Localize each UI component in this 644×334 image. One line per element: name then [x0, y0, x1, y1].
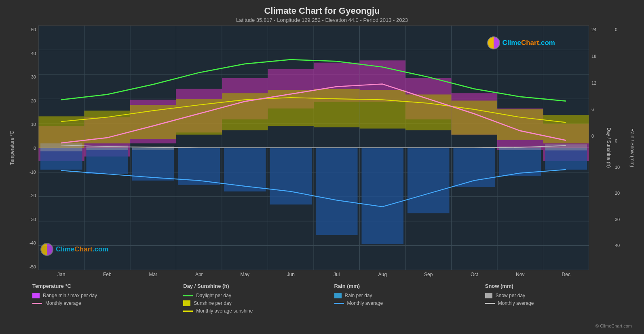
- svg-rect-46: [543, 115, 589, 143]
- y-axis-right1: 24 18 12 6 0: [589, 26, 605, 279]
- legend-snow-avg: Monthly average: [485, 300, 636, 306]
- legend-rain-title: Rain (mm): [334, 283, 485, 289]
- main-chart-svg: [38, 26, 589, 270]
- legend-daylight-label: Daylight per day: [196, 293, 231, 298]
- legend-snow-title: Snow (mm): [485, 283, 636, 289]
- x-month-jun: Jun: [268, 272, 314, 279]
- svg-rect-63: [545, 144, 587, 150]
- legend-temperature-title: Temperature °C: [32, 283, 183, 289]
- svg-rect-38: [176, 99, 222, 134]
- legend-daylight-title: Day / Sunshine (h): [183, 283, 334, 289]
- svg-rect-58: [545, 148, 587, 170]
- svg-rect-42: [360, 90, 406, 129]
- x-month-may: May: [222, 272, 268, 279]
- legend-daylight-per-day: Daylight per day: [183, 293, 334, 298]
- legend-temp-range: Range min / max per day: [32, 293, 183, 298]
- x-month-oct: Oct: [452, 272, 498, 279]
- y-axis-right1-label: Day / Sunshine (h): [606, 128, 612, 168]
- legend-sunshine-avg-label: Monthly average sunshine: [196, 308, 253, 314]
- legend-sunshine-per-day: Sunshine per day: [183, 300, 334, 306]
- legend-temp-avg-label: Monthly average: [45, 300, 81, 306]
- chart-title: Climate Chart for Gyeongju: [8, 6, 636, 16]
- legend-area: Temperature °C Range min / max per day M…: [8, 279, 636, 323]
- svg-rect-48: [86, 148, 128, 174]
- x-axis: Jan Feb Mar Apr May Jun Jul Aug Sep Oct …: [38, 270, 589, 279]
- legend-sunshine-avg: Monthly average sunshine: [183, 308, 334, 314]
- legend-sunshine-avg-line: [183, 311, 193, 312]
- page-wrapper: Climate Chart for Gyeongju Latitude 35.8…: [0, 0, 644, 334]
- svg-rect-40: [268, 90, 314, 126]
- legend-sunshine-swatch: [183, 300, 190, 306]
- svg-rect-51: [224, 148, 266, 191]
- svg-rect-41: [314, 89, 360, 127]
- legend-temp-range-swatch: [32, 293, 40, 298]
- legend-temp-avg-line: [32, 303, 42, 304]
- legend-snow-label: Snow per day: [496, 293, 525, 298]
- chart-main: Jan Feb Mar Apr May Jun Jul Aug Sep Oct …: [38, 26, 589, 279]
- legend-temp-avg: Monthly average: [32, 300, 183, 306]
- legend-rain-avg: Monthly average: [334, 300, 485, 306]
- x-month-jan: Jan: [38, 272, 84, 279]
- x-month-jul: Jul: [314, 272, 360, 279]
- x-month-sep: Sep: [405, 272, 452, 279]
- copyright: © ClimeChart.com: [8, 323, 636, 330]
- svg-rect-43: [405, 94, 452, 130]
- svg-rect-54: [361, 148, 403, 244]
- x-month-aug: Aug: [360, 272, 406, 279]
- chart-svg-area: [38, 26, 589, 270]
- svg-rect-55: [408, 148, 450, 213]
- legend-snow: Snow (mm) Snow per day Monthly average: [485, 283, 636, 323]
- legend-temperature: Temperature °C Range min / max per day M…: [32, 283, 183, 323]
- y-axis-right2-label-wrapper: Rain / Snow (mm): [629, 26, 636, 279]
- legend-rain-avg-line: [334, 303, 344, 304]
- legend-daylight: Day / Sunshine (h) Daylight per day Suns…: [183, 283, 334, 323]
- legend-snow-avg-label: Monthly average: [498, 300, 534, 306]
- svg-rect-53: [316, 148, 358, 235]
- svg-rect-56: [453, 148, 495, 187]
- legend-snow-avg-line: [485, 303, 495, 304]
- legend-rain-avg-label: Monthly average: [347, 300, 383, 306]
- legend-snow-per-day: Snow per day: [485, 293, 636, 298]
- legend-rain-per-day: Rain per day: [334, 293, 485, 298]
- y-axis-left: 50 40 30 20 10 0 -10 -20 -30 -40 -50: [16, 26, 38, 279]
- y-axis-right2: 0 0 10 20 30 40: [612, 26, 629, 279]
- legend-rain: Rain (mm) Rain per day Monthly average: [334, 283, 485, 323]
- y-axis-left-label-wrapper: Temperature °C: [8, 26, 16, 279]
- x-month-mar: Mar: [130, 272, 176, 279]
- svg-rect-59: [40, 143, 82, 151]
- svg-rect-49: [132, 148, 174, 181]
- x-month-apr: Apr: [176, 272, 222, 279]
- x-month-dec: Dec: [543, 272, 589, 279]
- x-month-nov: Nov: [497, 272, 543, 279]
- legend-temp-range-label: Range min / max per day: [43, 293, 97, 298]
- svg-rect-52: [270, 148, 312, 204]
- chart-subtitle: Latitude 35.817 - Longitude 129.252 - El…: [8, 17, 636, 23]
- svg-rect-36: [84, 111, 131, 143]
- legend-daylight-line: [183, 295, 193, 296]
- x-month-feb: Feb: [84, 272, 131, 279]
- y-axis-right-wrapper: 24 18 12 6 0 Day / Sunshine (h) 0: [589, 26, 636, 279]
- y-axis-right2-label: Rain / Snow (mm): [629, 128, 635, 167]
- y-axis-left-label: Temperature °C: [9, 131, 15, 165]
- legend-snow-swatch: [485, 293, 492, 298]
- svg-rect-44: [452, 101, 498, 135]
- y-axis-right1-label-wrapper: Day / Sunshine (h): [605, 26, 612, 279]
- legend-rain-swatch: [334, 293, 342, 298]
- legend-rain-label: Rain per day: [345, 293, 372, 298]
- legend-sunshine-label: Sunshine per day: [194, 300, 231, 306]
